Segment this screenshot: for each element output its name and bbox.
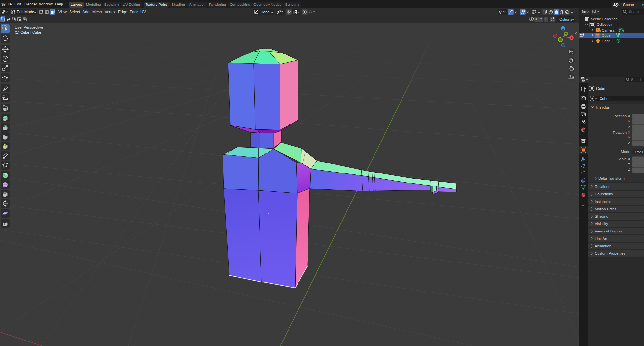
- svg-text:Cube: Cube: [596, 86, 605, 91]
- svg-text:Y: Y: [628, 162, 630, 166]
- svg-text:Y: Y: [565, 33, 567, 36]
- svg-text:Z: Z: [628, 125, 630, 129]
- svg-text:Z: Z: [628, 141, 630, 145]
- svg-text:Search: Search: [629, 10, 640, 14]
- svg-text:Animation: Animation: [595, 244, 611, 248]
- svg-text:Z: Z: [628, 167, 630, 171]
- svg-text:Delta Transform: Delta Transform: [598, 176, 625, 180]
- svg-text:(1) Cube | Cube: (1) Cube | Cube: [15, 30, 41, 34]
- svg-text:Shading: Shading: [595, 214, 608, 218]
- svg-text:Viewport Display: Viewport Display: [595, 229, 622, 233]
- svg-text:Location X: Location X: [613, 114, 630, 118]
- svg-text:User Perspective: User Perspective: [15, 25, 43, 29]
- svg-text:Y: Y: [628, 136, 630, 140]
- svg-text:Camera: Camera: [602, 28, 615, 32]
- svg-text:Cube: Cube: [602, 34, 610, 37]
- svg-text:Collection: Collection: [597, 23, 612, 26]
- svg-text:Scene Collection: Scene Collection: [591, 17, 618, 21]
- svg-text:Instancing: Instancing: [595, 200, 611, 203]
- svg-text:Cube: Cube: [600, 97, 609, 101]
- svg-text:Light: Light: [602, 39, 610, 43]
- svg-text:Y: Y: [628, 120, 630, 124]
- svg-text:Scale X: Scale X: [617, 157, 630, 161]
- svg-text:Line Art: Line Art: [595, 237, 608, 241]
- svg-text:Transform: Transform: [595, 105, 612, 110]
- svg-text:Visibility: Visibility: [595, 222, 608, 226]
- svg-text:Mode: Mode: [621, 150, 630, 153]
- svg-text:X: X: [571, 36, 573, 40]
- svg-text:Rotation X: Rotation X: [613, 131, 630, 134]
- svg-text:Collections: Collections: [595, 192, 613, 196]
- svg-text:Z: Z: [562, 27, 564, 30]
- svg-text:Search: Search: [631, 78, 642, 82]
- svg-text:XYZ E: XYZ E: [634, 150, 644, 154]
- svg-text:Motion Paths: Motion Paths: [595, 207, 616, 211]
- svg-text:Relations: Relations: [595, 185, 610, 189]
- svg-text:Custom Properties: Custom Properties: [595, 252, 625, 255]
